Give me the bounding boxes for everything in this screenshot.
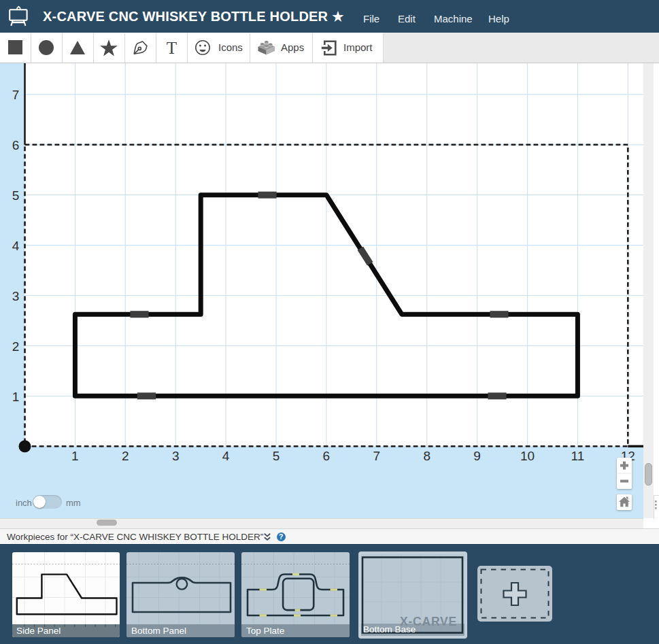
- svg-text:5: 5: [273, 449, 280, 463]
- svg-text:4: 4: [12, 239, 20, 253]
- svg-text:10: 10: [520, 449, 535, 463]
- svg-text:2: 2: [122, 449, 129, 463]
- svg-text:1: 1: [12, 390, 20, 404]
- svg-text:6: 6: [323, 449, 331, 463]
- svg-text:Side Panel: Side Panel: [16, 626, 61, 636]
- svg-text:Bottom Panel: Bottom Panel: [131, 626, 186, 636]
- svg-text:6: 6: [12, 138, 20, 152]
- svg-text:9: 9: [473, 449, 481, 463]
- svg-text:Apps: Apps: [281, 41, 304, 53]
- svg-text:11: 11: [571, 449, 585, 463]
- svg-text:Top Plate: Top Plate: [246, 626, 284, 636]
- svg-text:3: 3: [12, 289, 20, 303]
- svg-text:T: T: [167, 39, 177, 57]
- svg-text:7: 7: [12, 88, 20, 102]
- svg-text:Icons: Icons: [218, 41, 243, 53]
- svg-text:5: 5: [12, 188, 20, 203]
- svg-text:3: 3: [172, 449, 180, 463]
- svg-text:8: 8: [423, 449, 430, 463]
- svg-text:2: 2: [12, 339, 20, 354]
- svg-text:7: 7: [373, 449, 381, 463]
- svg-text:1: 1: [71, 449, 79, 463]
- svg-text:Import: Import: [343, 41, 373, 53]
- svg-text:4: 4: [222, 449, 230, 463]
